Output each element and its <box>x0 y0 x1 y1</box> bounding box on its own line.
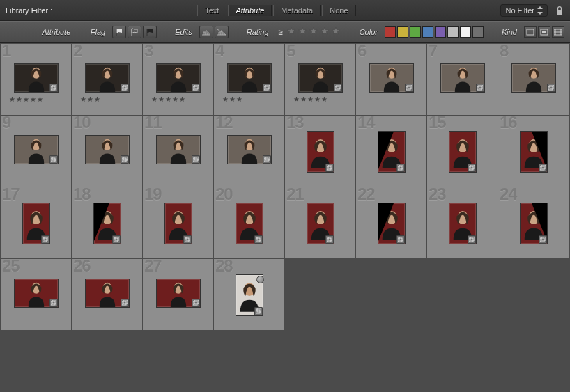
flag-unflagged-icon[interactable] <box>128 26 141 38</box>
thumbnail-cell[interactable]: 15 <box>427 116 498 187</box>
filter-tab-text[interactable]: Text <box>197 5 226 16</box>
color-swatch-4[interactable] <box>435 26 446 38</box>
library-filter-bar: Library Filter : Text Attribute Metadata… <box>0 0 570 21</box>
thumbnail-cell[interactable]: 12 <box>214 116 284 187</box>
stack-badge-icon <box>325 164 334 172</box>
thumbnail-index: 22 <box>357 187 375 204</box>
thumbnail-cell[interactable]: 2 ★★★ <box>72 44 142 115</box>
thumbnail-index: 1 <box>2 44 10 61</box>
thumbnail-index: 8 <box>500 44 508 61</box>
thumbnail-cell[interactable]: 28 <box>214 259 284 330</box>
filter-tab-attribute[interactable]: Attribute <box>228 5 272 16</box>
svg-rect-0 <box>527 29 534 35</box>
thumbnail-cell[interactable]: 23 <box>427 187 498 258</box>
thumbnail-cell[interactable]: 5 ★★★★★ <box>285 44 355 115</box>
color-swatch-7[interactable] <box>472 26 484 38</box>
filter-tabs: Text Attribute Metadata None <box>197 5 355 16</box>
thumbnail-cell[interactable]: 9 <box>1 116 71 187</box>
filter-preset-dropdown[interactable]: No Filter <box>500 4 548 17</box>
kind-virtual-icon[interactable] <box>538 26 550 38</box>
color-label: Color <box>360 28 378 36</box>
stack-badge-icon <box>468 164 476 172</box>
rating-star-5[interactable] <box>332 27 341 37</box>
thumbnail-cell[interactable]: 1 ★★★★★ <box>1 44 71 115</box>
thumbnail-cell[interactable]: 6 <box>356 44 426 115</box>
thumbnail-cell[interactable]: 26 <box>72 259 142 330</box>
thumbnail-cell[interactable]: 19 <box>143 187 213 258</box>
thumbnail-index: 18 <box>73 187 91 204</box>
rating-star-1[interactable] <box>287 27 297 37</box>
flag-filter-group <box>112 26 157 38</box>
thumbnail-cell[interactable]: 10 <box>72 116 142 187</box>
kind-master-icon[interactable] <box>524 26 537 38</box>
thumbnail-cell[interactable]: 22 <box>356 187 426 258</box>
thumbnail-index: 9 <box>2 116 10 132</box>
stack-badge-icon <box>476 84 484 92</box>
thumbnail-cell[interactable]: 16 <box>498 116 569 187</box>
thumbnail-index: 24 <box>500 187 517 204</box>
thumbnail-cell[interactable]: 18 <box>72 187 142 258</box>
filter-tab-metadata[interactable]: Metadata <box>273 5 321 16</box>
stack-badge-icon <box>539 235 547 244</box>
stack-badge-icon <box>263 155 271 164</box>
thumbnail-index: 23 <box>429 187 446 204</box>
stack-badge-icon <box>192 299 200 307</box>
thumbnail-grid-scroll[interactable]: 1 ★★★★★2 ★★★3 ★★★★★4 ★★★5 ★★★★★6 7 8 9 1… <box>0 43 570 392</box>
stack-badge-icon <box>49 155 58 164</box>
flag-rejected-icon[interactable] <box>143 26 157 38</box>
stack-badge-icon <box>254 307 263 315</box>
attribute-label: Attribute <box>42 28 70 36</box>
thumbnail-cell[interactable]: 24 <box>498 187 569 258</box>
stack-badge-icon <box>41 235 49 244</box>
kind-video-icon[interactable] <box>552 26 564 38</box>
thumbnail-cell[interactable]: 14 <box>356 116 426 187</box>
color-swatch-2[interactable] <box>410 26 421 38</box>
rating-star-3[interactable] <box>309 27 319 37</box>
thumbnail-index: 21 <box>286 187 304 204</box>
thumbnail-cell[interactable]: 11 <box>143 116 213 187</box>
color-swatch-5[interactable] <box>447 26 459 38</box>
color-filter-group <box>385 26 484 38</box>
thumbnail-cell[interactable]: 13 <box>285 116 355 187</box>
filter-tab-none[interactable]: None <box>322 5 355 16</box>
thumbnail-cell[interactable]: 7 <box>427 44 498 115</box>
thumbnail-cell[interactable]: 25 <box>1 259 71 330</box>
rating-star-4[interactable] <box>321 27 330 37</box>
edits-label: Edits <box>175 28 192 36</box>
thumbnail-cell[interactable]: 20 <box>214 187 284 258</box>
rating-star-2[interactable] <box>298 27 308 37</box>
edits-edited-icon[interactable] <box>199 26 213 38</box>
color-swatch-3[interactable] <box>422 26 433 38</box>
thumbnail-index: 12 <box>215 116 233 132</box>
flag-picked-icon[interactable] <box>112 26 126 38</box>
thumbnail-cell[interactable]: 3 ★★★★★ <box>143 44 213 115</box>
stack-badge-icon <box>121 155 129 164</box>
thumbnail-cell[interactable]: 17 <box>1 187 71 258</box>
flag-label: Flag <box>91 28 105 36</box>
thumbnail-cell[interactable]: 8 <box>498 44 569 115</box>
stack-badge-icon <box>192 84 200 92</box>
stack-badge-icon <box>539 164 547 172</box>
thumbnail-index: 5 <box>286 44 295 61</box>
lock-icon[interactable] <box>555 6 564 15</box>
svg-rect-2 <box>542 31 546 33</box>
thumbnail-index: 7 <box>429 44 437 61</box>
thumbnail-cell[interactable]: 27 <box>143 259 213 330</box>
color-swatch-0[interactable] <box>385 26 396 38</box>
thumbnail-cell[interactable]: 21 <box>285 187 355 258</box>
stack-badge-icon <box>121 299 129 307</box>
thumbnail-index: 10 <box>73 116 91 132</box>
rating-label: Rating <box>247 28 269 36</box>
edits-unedited-icon[interactable] <box>215 26 229 38</box>
thumbnail-rating: ★★★ <box>80 95 101 103</box>
stack-badge-icon <box>49 84 58 92</box>
rating-operator[interactable]: ≥ <box>276 28 286 36</box>
edits-filter-group <box>199 26 229 38</box>
stack-badge-icon <box>183 235 192 244</box>
color-swatch-6[interactable] <box>460 26 471 38</box>
color-swatch-1[interactable] <box>397 26 408 38</box>
chevron-up-down-icon <box>537 6 543 15</box>
thumbnail-cell[interactable]: 4 ★★★ <box>214 44 284 115</box>
kind-filter-group <box>524 26 564 38</box>
stack-badge-icon <box>49 299 58 307</box>
